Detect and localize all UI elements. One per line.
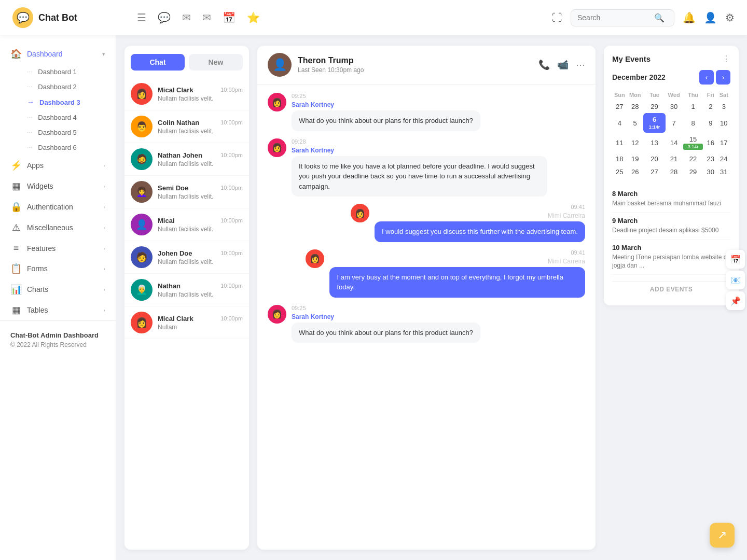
add-events-button[interactable]: ADD EVENTS bbox=[612, 281, 730, 297]
calendar-day[interactable]: 20 bbox=[643, 152, 666, 165]
calendar-day[interactable]: 21 bbox=[666, 152, 682, 165]
calendar-more-icon[interactable]: ⋮ bbox=[722, 54, 730, 64]
chat-list-item[interactable]: 👩 Mical Clark 10:00pm Nullam bbox=[125, 306, 249, 339]
chat-list-item[interactable]: 👩 Mical Clark 10:00pm Nullam facilisis v… bbox=[125, 78, 249, 110]
calendar-day[interactable]: 30 bbox=[704, 165, 717, 178]
search-input[interactable] bbox=[577, 13, 650, 22]
sidebar-item-features[interactable]: ≡ Features › bbox=[0, 238, 116, 258]
sidebar-item-dashboard5[interactable]: ··· Dashboard 5 bbox=[19, 125, 116, 140]
tab-chat[interactable]: Chat bbox=[131, 54, 185, 71]
contact-time: 10:00pm bbox=[220, 87, 243, 93]
chat-list-panel: Chat New 👩 Mical Clark 10:00pm Nullam fa… bbox=[125, 46, 249, 550]
chat-nav-icon[interactable]: 💬 bbox=[158, 11, 171, 24]
layout: 🏠 Dashboard ▾ ··· Dashboard 1 ··· Dashbo… bbox=[0, 35, 747, 560]
calendar-day[interactable]: 10 bbox=[717, 113, 730, 133]
video-icon[interactable]: 📹 bbox=[557, 59, 569, 71]
sidebar-item-dashboard3[interactable]: → Dashboard 3 bbox=[19, 94, 116, 110]
sidebar-item-tables[interactable]: ▦ Tables › bbox=[0, 300, 116, 320]
calendar-day[interactable]: 16 bbox=[704, 133, 717, 152]
chat-list-item[interactable]: 👨‍🦳 Nathan 10:00pm Nullam facilisis veli… bbox=[125, 274, 249, 306]
msg-content: 09:25 Sarah Kortney What do you think ab… bbox=[292, 305, 480, 343]
msg-timestamp: 09:25 bbox=[292, 305, 480, 311]
mail-check-icon[interactable]: ✉ bbox=[202, 11, 211, 24]
cal-prev-btn[interactable]: ‹ bbox=[699, 70, 714, 85]
calendar-day[interactable]: 61:14r bbox=[643, 113, 666, 133]
calendar-day[interactable]: 11 bbox=[612, 133, 627, 152]
calendar-day[interactable]: 27 bbox=[643, 165, 666, 178]
calendar-day[interactable]: 22 bbox=[682, 152, 704, 165]
cal-next-btn[interactable]: › bbox=[716, 70, 730, 85]
chat-window: 👤 Theron Trump Last Seen 10:30pm ago 📞 📹… bbox=[257, 46, 596, 550]
chevron-up-icon: ▾ bbox=[102, 51, 105, 58]
tab-new[interactable]: New bbox=[189, 54, 243, 71]
sidebar-item-dashboard6[interactable]: ··· Dashboard 6 bbox=[19, 140, 116, 155]
calendar-day[interactable]: 14 bbox=[666, 133, 682, 152]
star-icon[interactable]: ⭐ bbox=[247, 11, 260, 24]
calendar-day[interactable]: 24 bbox=[717, 152, 730, 165]
quick-pin-icon[interactable]: 📌 bbox=[726, 291, 745, 310]
fab-button[interactable]: ↗ bbox=[710, 523, 735, 548]
contact-name: Mical Clark bbox=[158, 86, 193, 94]
sidebar-item-dashboard4[interactable]: ··· Dashboard 4 bbox=[19, 110, 116, 125]
calendar-day[interactable]: 28 bbox=[666, 165, 682, 178]
sidebar-item-miscellaneous[interactable]: ⚠ Miscellaneous › bbox=[0, 217, 116, 238]
calendar-day[interactable]: 5 bbox=[627, 113, 643, 133]
calendar-day[interactable]: 8 bbox=[682, 113, 704, 133]
chat-list-item[interactable]: 👨 Colin Nathan 10:00pm Nullam facilisis … bbox=[125, 110, 249, 143]
sidebar-item-apps[interactable]: ⚡ Apps › bbox=[0, 155, 116, 176]
user-icon[interactable]: 👤 bbox=[704, 11, 717, 24]
calendar-day[interactable]: 1 bbox=[682, 100, 704, 113]
msg-text: What do you think about our plans for th… bbox=[292, 323, 480, 343]
hamburger-icon[interactable]: ☰ bbox=[137, 11, 146, 24]
calendar-day[interactable]: 30 bbox=[666, 100, 682, 113]
event-item: 8 March Main basket bersama muhammad fau… bbox=[612, 186, 730, 213]
sidebar-item-widgets[interactable]: ▦ Widgets › bbox=[0, 176, 116, 197]
calendar-grid: SunMonTueWedThuFriSat 272829301234561:14… bbox=[612, 90, 730, 178]
contact-info: Colin Nathan 10:00pm Nullam facilisis ve… bbox=[158, 119, 243, 135]
more-icon[interactable]: ⋯ bbox=[576, 59, 585, 71]
sidebar-item-charts[interactable]: 📊 Charts › bbox=[0, 279, 116, 300]
quick-mail-icon[interactable]: 📧 bbox=[726, 271, 745, 289]
calendar-nav-icon[interactable]: 📅 bbox=[223, 11, 236, 24]
calendar-day[interactable]: 23 bbox=[704, 152, 717, 165]
calendar-day[interactable]: 4 bbox=[612, 113, 627, 133]
sidebar-item-dashboard2[interactable]: ··· Dashboard 2 bbox=[19, 79, 116, 94]
settings-icon[interactable]: ⚙ bbox=[725, 11, 735, 24]
calendar-month-nav: December 2022 ‹ › bbox=[612, 70, 730, 85]
calendar-day[interactable]: 19 bbox=[627, 152, 643, 165]
calendar-day[interactable]: 13 bbox=[643, 133, 666, 152]
quick-calendar-icon[interactable]: 📅 bbox=[726, 250, 745, 269]
calendar-day[interactable]: 3 bbox=[717, 100, 730, 113]
calendar-day[interactable]: 29 bbox=[682, 165, 704, 178]
sidebar-item-forms[interactable]: 📋 Forms › bbox=[0, 258, 116, 279]
calendar-day[interactable]: 7 bbox=[666, 113, 682, 133]
calendar-day[interactable]: 28 bbox=[627, 100, 643, 113]
calendar-day[interactable]: 29 bbox=[643, 100, 666, 113]
chat-list-item[interactable]: 🧑 Johen Doe 10:00pm Nullam facilisis vel… bbox=[125, 241, 249, 274]
mail-icon[interactable]: ✉ bbox=[182, 11, 191, 24]
event-desc: Main basket bersama muhammad fauzi bbox=[612, 199, 730, 208]
calendar-day[interactable]: 2 bbox=[704, 100, 717, 113]
calendar-day[interactable]: 26 bbox=[627, 165, 643, 178]
chat-list-item[interactable]: 👤 Mical 10:00pm Nullam facilisis velit. bbox=[125, 208, 249, 241]
bell-icon[interactable]: 🔔 bbox=[683, 11, 696, 24]
search-icon[interactable]: 🔍 bbox=[654, 13, 665, 23]
sidebar-item-dashboard1[interactable]: ··· Dashboard 1 bbox=[19, 64, 116, 79]
sidebar-dashboard-toggle[interactable]: 🏠 Dashboard ▾ bbox=[0, 44, 116, 64]
chat-contacts-list: 👩 Mical Clark 10:00pm Nullam facilisis v… bbox=[125, 78, 249, 339]
chat-list-item[interactable]: 👩‍🦱 Semi Doe 10:00pm Nullam facilisis ve… bbox=[125, 176, 249, 208]
calendar-day[interactable]: 27 bbox=[612, 100, 627, 113]
chat-list-item[interactable]: 🧔 Nathan Johen 10:00pm Nullam facilisis … bbox=[125, 143, 249, 176]
expand-icon[interactable]: ⛶ bbox=[552, 12, 562, 24]
sidebar-item-authentication[interactable]: 🔒 Authentication › bbox=[0, 197, 116, 217]
phone-icon[interactable]: 📞 bbox=[538, 59, 550, 71]
calendar-day[interactable]: 25 bbox=[612, 165, 627, 178]
calendar-day[interactable]: 17 bbox=[717, 133, 730, 152]
calendar-day[interactable]: 153:14r bbox=[682, 133, 704, 152]
calendar-day[interactable]: 18 bbox=[612, 152, 627, 165]
msg-text: I would suggest you discuss this further… bbox=[375, 221, 585, 242]
calendar-day[interactable]: 9 bbox=[704, 113, 717, 133]
contact-time: 10:00pm bbox=[220, 250, 243, 256]
calendar-day[interactable]: 31 bbox=[717, 165, 730, 178]
calendar-day[interactable]: 12 bbox=[627, 133, 643, 152]
